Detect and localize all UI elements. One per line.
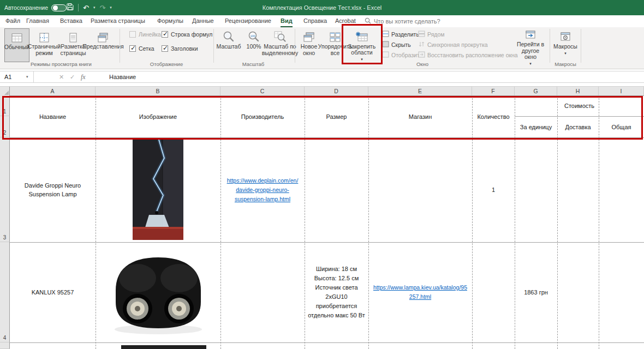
header-cell-total[interactable]: Общая	[599, 116, 644, 137]
shop-link[interactable]: https://www.lampa.kiev.ua/katalog/95	[373, 283, 467, 292]
switch-windows-icon	[524, 29, 536, 40]
header-cell-delivery[interactable]: Доставка	[557, 116, 599, 137]
tell-me-text: Что вы хотите сделать?	[374, 18, 440, 25]
header-cell-name[interactable]: Название	[10, 95, 96, 137]
row-header-1[interactable]: 1	[0, 95, 10, 116]
zoom-icon	[223, 29, 235, 43]
name-box[interactable]: A1	[0, 71, 34, 82]
shop-link[interactable]: 257.html	[409, 292, 431, 302]
manufacturer-link[interactable]: suspension-lamp.html	[235, 195, 290, 204]
product-photo-lamp[interactable]	[133, 140, 183, 240]
col-header-g[interactable]: G	[515, 87, 557, 96]
svg-text:100: 100	[250, 34, 255, 38]
new-window-button[interactable]: Новое окно	[297, 28, 321, 62]
tab-insert[interactable]: Вставка	[60, 15, 82, 27]
hide-button[interactable]: Скрыть	[382, 41, 411, 49]
header-cell-per-unit[interactable]: За единицу	[515, 116, 557, 137]
macros-label: Макросы	[553, 44, 577, 50]
switch-windows-button[interactable]: Перейти в другое окно▾	[515, 28, 546, 62]
tab-view[interactable]: Вид	[281, 15, 293, 27]
col-header-d[interactable]: D	[305, 87, 368, 96]
cell-a4-product-name[interactable]: KANLUX 95257	[10, 242, 96, 342]
normal-view-label: Обычный	[4, 44, 29, 51]
normal-view-icon	[11, 30, 22, 43]
manufacturer-link[interactable]: https://www.deplain.com/en/	[227, 176, 299, 185]
title-bar: Автосохранение ↶▾ ↷ ▾ Комплектация Освещ…	[0, 0, 644, 15]
select-all-corner[interactable]	[0, 87, 10, 96]
cell-f3-quantity[interactable]: 1	[472, 137, 515, 242]
group-separator	[120, 29, 120, 63]
split-button[interactable]: Разделить	[382, 31, 419, 38]
cancel-icon: ✕	[59, 71, 64, 82]
tab-acrobat[interactable]: Acrobat	[335, 15, 356, 27]
col-header-i[interactable]: I	[599, 87, 644, 96]
cell-d4-size[interactable]: Ширина: 18 см Высота: 12.5 см Источник с…	[305, 242, 368, 342]
header-cell-size[interactable]: Размер	[305, 95, 368, 137]
row-header-5[interactable]	[0, 342, 10, 349]
headings-checkbox[interactable]: Заголовки	[162, 45, 198, 52]
col-header-b[interactable]: B	[96, 87, 220, 96]
product-photo-spotlight[interactable]	[107, 246, 210, 340]
col-header-a[interactable]: A	[10, 87, 96, 96]
formula-input[interactable]: Название	[109, 71, 136, 82]
tab-formulas[interactable]: Формулы	[157, 15, 183, 27]
macros-icon	[559, 29, 571, 43]
freeze-panes-button[interactable]: Закрепить области▾	[345, 28, 379, 62]
row-header-2[interactable]: 2	[0, 116, 10, 137]
ruler-checkbox[interactable]: Линейка	[129, 31, 161, 38]
group-label-zoom: Масштаб	[242, 61, 265, 67]
header-cell-shop[interactable]: Магазин	[368, 95, 472, 137]
view-side-by-side-icon	[418, 31, 425, 38]
custom-views-button[interactable]: Представления	[88, 28, 118, 62]
tab-page-layout[interactable]: Разметка страницы	[91, 15, 145, 27]
formula-bar-checkbox[interactable]: Строка формул	[162, 31, 212, 38]
header-cell-cost[interactable]: Стоимость	[515, 95, 644, 116]
macros-button[interactable]: Макросы ▾	[552, 28, 579, 62]
row-header-4[interactable]: 4	[0, 242, 10, 342]
size-line: Высота: 12.5 см	[314, 274, 359, 283]
header-cell-manufacturer[interactable]: Производитель	[220, 95, 305, 137]
tab-review[interactable]: Рецензирование	[225, 15, 271, 27]
name-box-caret-icon[interactable]: ▾	[26, 71, 28, 82]
group-label-macros: Макросы	[554, 61, 576, 67]
tab-data[interactable]: Данные	[192, 15, 214, 27]
col-header-f[interactable]: F	[472, 87, 515, 96]
page-break-preview-icon	[39, 29, 50, 43]
cell-a3-product-name[interactable]: Davide Groppi Neuro Suspension Lamp	[10, 137, 96, 242]
tab-help[interactable]: Справка	[303, 15, 327, 27]
gridline	[10, 137, 644, 138]
fx-icon[interactable]: fx	[81, 71, 86, 82]
gridlines-checkbox[interactable]: Сетка	[129, 45, 154, 52]
size-line: 2xGU10 приобретается	[305, 292, 368, 311]
sync-scroll-icon	[418, 41, 425, 49]
group-separator	[295, 29, 295, 63]
zoom-button[interactable]: Масштаб	[216, 28, 241, 62]
arrange-all-icon	[329, 29, 341, 43]
ruler-checkbox-box-icon	[129, 31, 136, 38]
size-line: Ширина: 18 см	[316, 264, 357, 274]
zoom-to-selection-button[interactable]: Масштаб по выделенному	[266, 28, 294, 62]
page-break-preview-button[interactable]: Страничный режим	[31, 28, 58, 62]
hide-icon	[382, 41, 389, 49]
col-header-c[interactable]: C	[220, 87, 305, 96]
new-window-icon	[303, 29, 315, 43]
zoom-100-label: 100%	[247, 44, 261, 50]
row-header-3[interactable]: 3	[0, 137, 10, 242]
header-cell-quantity[interactable]: Количество	[472, 95, 515, 137]
formula-bar-checkbox-box-icon	[162, 31, 168, 38]
manufacturer-link[interactable]: davide-groppi-neuro-	[236, 185, 289, 195]
normal-view-button[interactable]: Обычный	[4, 28, 29, 62]
col-header-e[interactable]: E	[368, 87, 472, 96]
gridlines-checkbox-box-icon	[129, 45, 136, 52]
cell-c3-manufacturer-link: https://www.deplain.com/en/ davide-gropp…	[220, 137, 305, 242]
view-side-by-side-button: Рядом	[418, 31, 445, 38]
col-header-h[interactable]: H	[557, 87, 599, 96]
tell-me-box[interactable]: Что вы хотите сделать?	[365, 15, 440, 27]
tab-file[interactable]: Файл	[5, 15, 20, 27]
cell-g4-price[interactable]: 1863 грн	[515, 242, 557, 342]
group-label-views: Режимы просмотра книги	[31, 61, 92, 67]
header-cell-image[interactable]: Изображение	[96, 95, 220, 137]
freeze-panes-label: Закрепить области	[345, 44, 379, 56]
tab-home[interactable]: Главная	[26, 15, 49, 27]
enter-icon: ✓	[70, 71, 75, 82]
